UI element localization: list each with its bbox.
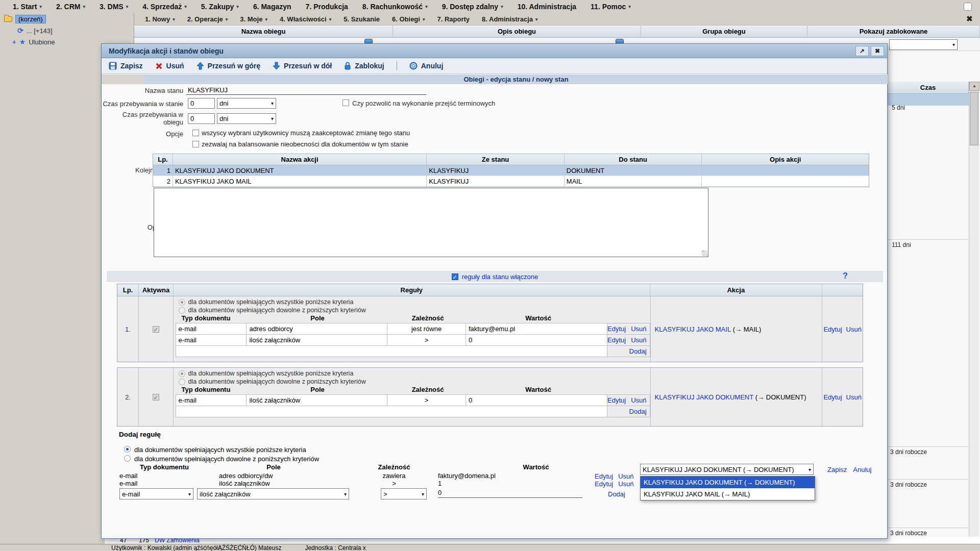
rule-number-link[interactable]: 1.: [125, 325, 131, 333]
dropdown-option-dokument[interactable]: KLASYFIKUJ JAKO DOKUMENT (→ DOKUMENT): [641, 477, 815, 488]
action-link[interactable]: KLASYFIKUJ JAKO DOKUMENT: [655, 393, 754, 401]
close-icon[interactable]: ✖: [871, 46, 884, 56]
rule-criteria-cell: dla dokumentów spełniających wszystkie p…: [174, 296, 651, 362]
dropdown-option-mail[interactable]: KLASYFIKUJ JAKO MAIL (→ MAIL): [641, 488, 815, 500]
aktywna-checkbox[interactable]: ✓: [153, 394, 159, 400]
menu-start[interactable]: 1. Start▾: [6, 0, 48, 13]
anuluj-link[interactable]: Anuluj: [853, 466, 871, 473]
edytuj-link[interactable]: Edytuj: [823, 325, 842, 333]
menu-szukanie[interactable]: 5. Szukanie: [338, 13, 385, 26]
opis-stanu-textarea[interactable]: [154, 188, 708, 257]
radio-all-criteria[interactable]: [179, 299, 185, 306]
czas-stanie-unit-select[interactable]: dni▾: [217, 98, 276, 109]
resize-handle[interactable]: [702, 251, 707, 256]
menu-magazyn[interactable]: 6. Magazyn: [247, 0, 298, 13]
aktywna-checkbox[interactable]: ✓: [153, 326, 159, 333]
menu-sprzedaz[interactable]: 4. Sprzedaż▾: [136, 0, 193, 13]
move-down-button[interactable]: Przesuń w dół: [273, 62, 332, 70]
menu-administracja2[interactable]: 8. Administracja▾: [476, 13, 543, 26]
menu-obiegi[interactable]: 6. Obiegi▾: [386, 13, 430, 26]
menu-operacje[interactable]: 2. Operacje▾: [182, 13, 234, 26]
expand-plus-icon[interactable]: +: [12, 38, 16, 46]
scroll-up-button[interactable]: ▲: [969, 82, 979, 91]
pokazuj-zablokowane-select[interactable]: ▾: [889, 39, 958, 50]
radio-all-criteria[interactable]: [179, 370, 185, 377]
menu-rachunkowosc[interactable]: 8. Rachunkowość▾: [356, 0, 434, 13]
popup-icon[interactable]: ↗: [855, 46, 869, 56]
menu-produkcja[interactable]: 7. Produkcja: [299, 0, 355, 13]
cancel-circle-icon: [409, 62, 418, 70]
app-window-icon[interactable]: [964, 3, 972, 11]
star-icon: ★: [19, 38, 26, 46]
edytuj-link[interactable]: Edytuj: [595, 480, 613, 488]
menu-crm[interactable]: 2. CRM▾: [50, 0, 92, 13]
pole-select[interactable]: ilość załączników▾: [197, 488, 349, 499]
czas-stanie-input[interactable]: 0: [188, 98, 215, 109]
usun-link[interactable]: Usuń: [631, 336, 646, 344]
rule-number-link[interactable]: 2.: [125, 393, 131, 401]
czas-obiegu-unit-select[interactable]: dni▾: [217, 113, 276, 124]
close-icon[interactable]: ✖: [966, 14, 973, 23]
sidebar-item-root[interactable]: (korzeń): [4, 15, 46, 23]
usun-link[interactable]: Usuń: [618, 480, 633, 488]
cell-typ: e-mail: [119, 472, 137, 480]
usun-link[interactable]: Usuń: [846, 325, 862, 333]
menu-dms[interactable]: 3. DMS▾: [93, 0, 135, 13]
vertical-scrollbar[interactable]: ▲ ▼: [969, 82, 979, 551]
edytuj-link[interactable]: Edytuj: [607, 325, 626, 333]
delete-button[interactable]: Usuń: [155, 62, 184, 70]
lock-button[interactable]: Zablokuj: [344, 62, 384, 70]
edytuj-link[interactable]: Edytuj: [595, 472, 613, 480]
usun-link[interactable]: Usuń: [631, 396, 646, 404]
zapisz-link[interactable]: Zapisz: [827, 466, 847, 473]
menu-moje[interactable]: 3. Moje▾: [234, 13, 273, 26]
radio-all-criteria[interactable]: [124, 446, 131, 453]
radio-any-criteria[interactable]: [179, 307, 185, 314]
nazwa-stanu-input[interactable]: [186, 86, 426, 95]
usun-link[interactable]: Usuń: [846, 393, 862, 401]
move-up-button[interactable]: Przesuń w górę: [197, 62, 260, 70]
more-nodes-label[interactable]: ... [+143]: [27, 27, 53, 35]
czy-pozwolic-checkbox[interactable]: [342, 99, 349, 106]
edytuj-link[interactable]: Edytuj: [823, 393, 842, 401]
menu-administracja[interactable]: 10. Administracja: [511, 0, 583, 13]
reguly-wlaczone-checkbox[interactable]: ✓: [452, 273, 458, 280]
chevron-down-icon: ▾: [188, 491, 191, 497]
opcja2-checkbox[interactable]: [192, 141, 199, 147]
sidebar-item-favorites[interactable]: + ★ Ulubione: [12, 38, 55, 46]
menu-zakupy[interactable]: 5. Zakupy▾: [194, 0, 246, 13]
reguly-wlaczone-label[interactable]: reguły dla stanu włączone: [462, 273, 538, 281]
action-link[interactable]: KLASYFIKUJ JAKO MAIL: [655, 325, 731, 333]
menu-nowy[interactable]: 1. Nowy▾: [139, 13, 181, 26]
edytuj-link[interactable]: Edytuj: [607, 396, 626, 404]
table-row[interactable]: 1 KLASYFIKUJ JAKO DOKUMENT KLASYFIKUJ DO…: [153, 165, 869, 176]
scrollbar-thumb[interactable]: [970, 92, 978, 145]
akcja-select[interactable]: KLASYFIKUJ JAKO DOKUMENT (→ DOKUMENT)▾: [640, 464, 814, 475]
save-button[interactable]: Zapisz: [109, 62, 143, 70]
favorites-label[interactable]: Ulubione: [29, 38, 55, 46]
help-icon[interactable]: ?: [843, 271, 848, 281]
dodaj-link[interactable]: Dodaj: [629, 408, 647, 415]
menu-raporty[interactable]: 7. Raporty: [431, 13, 475, 26]
modal-titlebar[interactable]: Modyfikacja akcji i stanów obiegu ↗ ✖: [102, 44, 887, 58]
czas-obiegu-input[interactable]: 0: [188, 113, 215, 124]
radio-any-criteria[interactable]: [124, 455, 131, 462]
radio-any-criteria[interactable]: [179, 379, 185, 385]
usun-link[interactable]: Usuń: [618, 472, 633, 480]
dodaj-link[interactable]: Dodaj: [608, 490, 625, 498]
cell-lp: 2: [153, 176, 173, 186]
menu-wlasciwosci[interactable]: 4. Właściwości▾: [274, 13, 337, 26]
root-node-label[interactable]: (korzeń): [15, 15, 46, 23]
edytuj-link[interactable]: Edytuj: [607, 336, 626, 344]
cancel-button[interactable]: Anuluj: [409, 62, 444, 70]
usun-link[interactable]: Usuń: [631, 325, 646, 333]
sidebar-item-more[interactable]: ⟳ ... [+143]: [17, 27, 53, 35]
typ-dokumentu-select[interactable]: e-mail▾: [119, 488, 193, 499]
wartosc-input[interactable]: 0: [438, 489, 582, 498]
dodaj-link[interactable]: Dodaj: [629, 347, 647, 355]
menu-dostep-zdalny[interactable]: 9. Dostęp zdalny▾: [435, 0, 510, 13]
menu-pomoc[interactable]: 11. Pomoc▾: [584, 0, 638, 13]
zaleznosc-select[interactable]: >▾: [381, 488, 427, 499]
opcja1-checkbox[interactable]: [192, 130, 199, 136]
table-row[interactable]: 2 KLASYFIKUJ JAKO MAIL KLASYFIKUJ MAIL: [153, 176, 869, 187]
